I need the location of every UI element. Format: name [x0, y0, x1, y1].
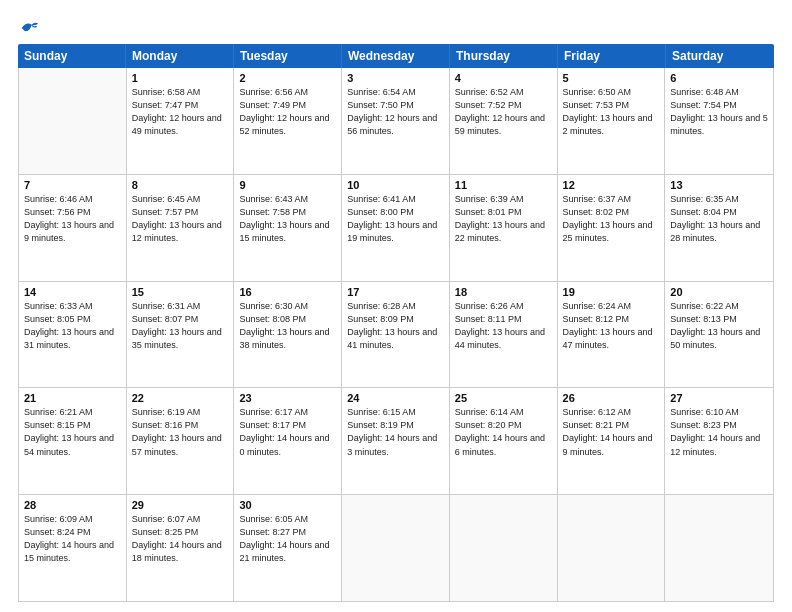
day-number: 21 — [24, 392, 121, 404]
day-number: 14 — [24, 286, 121, 298]
sun-info: Sunrise: 6:09 AMSunset: 8:24 PMDaylight:… — [24, 513, 121, 565]
calendar-cell-23: 23Sunrise: 6:17 AMSunset: 8:17 PMDayligh… — [234, 388, 342, 494]
sun-info: Sunrise: 6:28 AMSunset: 8:09 PMDaylight:… — [347, 300, 444, 352]
day-number: 5 — [563, 72, 660, 84]
day-number: 10 — [347, 179, 444, 191]
sun-info: Sunrise: 6:14 AMSunset: 8:20 PMDaylight:… — [455, 406, 552, 458]
calendar-cell-5: 5Sunrise: 6:50 AMSunset: 7:53 PMDaylight… — [558, 68, 666, 174]
sun-info: Sunrise: 6:39 AMSunset: 8:01 PMDaylight:… — [455, 193, 552, 245]
day-number: 16 — [239, 286, 336, 298]
sun-info: Sunrise: 6:07 AMSunset: 8:25 PMDaylight:… — [132, 513, 229, 565]
day-number: 8 — [132, 179, 229, 191]
day-number: 3 — [347, 72, 444, 84]
sun-info: Sunrise: 6:22 AMSunset: 8:13 PMDaylight:… — [670, 300, 768, 352]
sun-info: Sunrise: 6:31 AMSunset: 8:07 PMDaylight:… — [132, 300, 229, 352]
day-number: 24 — [347, 392, 444, 404]
day-number: 17 — [347, 286, 444, 298]
sun-info: Sunrise: 6:37 AMSunset: 8:02 PMDaylight:… — [563, 193, 660, 245]
calendar-cell-15: 15Sunrise: 6:31 AMSunset: 8:07 PMDayligh… — [127, 282, 235, 388]
calendar-cell-14: 14Sunrise: 6:33 AMSunset: 8:05 PMDayligh… — [19, 282, 127, 388]
sun-info: Sunrise: 6:15 AMSunset: 8:19 PMDaylight:… — [347, 406, 444, 458]
header — [18, 18, 774, 38]
header-cell-wednesday: Wednesday — [342, 44, 450, 68]
day-number: 20 — [670, 286, 768, 298]
day-number: 29 — [132, 499, 229, 511]
sun-info: Sunrise: 6:56 AMSunset: 7:49 PMDaylight:… — [239, 86, 336, 138]
header-cell-friday: Friday — [558, 44, 666, 68]
calendar-header: SundayMondayTuesdayWednesdayThursdayFrid… — [18, 44, 774, 68]
sun-info: Sunrise: 6:17 AMSunset: 8:17 PMDaylight:… — [239, 406, 336, 458]
calendar-cell-empty — [19, 68, 127, 174]
calendar-cell-empty — [450, 495, 558, 601]
sun-info: Sunrise: 6:21 AMSunset: 8:15 PMDaylight:… — [24, 406, 121, 458]
calendar-cell-10: 10Sunrise: 6:41 AMSunset: 8:00 PMDayligh… — [342, 175, 450, 281]
calendar-cell-22: 22Sunrise: 6:19 AMSunset: 8:16 PMDayligh… — [127, 388, 235, 494]
header-cell-monday: Monday — [126, 44, 234, 68]
day-number: 1 — [132, 72, 229, 84]
calendar-cell-empty — [342, 495, 450, 601]
day-number: 19 — [563, 286, 660, 298]
sun-info: Sunrise: 6:54 AMSunset: 7:50 PMDaylight:… — [347, 86, 444, 138]
sun-info: Sunrise: 6:30 AMSunset: 8:08 PMDaylight:… — [239, 300, 336, 352]
calendar-cell-26: 26Sunrise: 6:12 AMSunset: 8:21 PMDayligh… — [558, 388, 666, 494]
sun-info: Sunrise: 6:50 AMSunset: 7:53 PMDaylight:… — [563, 86, 660, 138]
calendar-cell-19: 19Sunrise: 6:24 AMSunset: 8:12 PMDayligh… — [558, 282, 666, 388]
sun-info: Sunrise: 6:43 AMSunset: 7:58 PMDaylight:… — [239, 193, 336, 245]
calendar-cell-11: 11Sunrise: 6:39 AMSunset: 8:01 PMDayligh… — [450, 175, 558, 281]
sun-info: Sunrise: 6:26 AMSunset: 8:11 PMDaylight:… — [455, 300, 552, 352]
header-cell-sunday: Sunday — [18, 44, 126, 68]
calendar-cell-2: 2Sunrise: 6:56 AMSunset: 7:49 PMDaylight… — [234, 68, 342, 174]
sun-info: Sunrise: 6:24 AMSunset: 8:12 PMDaylight:… — [563, 300, 660, 352]
sun-info: Sunrise: 6:52 AMSunset: 7:52 PMDaylight:… — [455, 86, 552, 138]
calendar-cell-empty — [665, 495, 773, 601]
day-number: 13 — [670, 179, 768, 191]
calendar-cell-24: 24Sunrise: 6:15 AMSunset: 8:19 PMDayligh… — [342, 388, 450, 494]
day-number: 25 — [455, 392, 552, 404]
calendar-cell-18: 18Sunrise: 6:26 AMSunset: 8:11 PMDayligh… — [450, 282, 558, 388]
day-number: 4 — [455, 72, 552, 84]
calendar-cell-empty — [558, 495, 666, 601]
sun-info: Sunrise: 6:33 AMSunset: 8:05 PMDaylight:… — [24, 300, 121, 352]
header-cell-thursday: Thursday — [450, 44, 558, 68]
header-cell-saturday: Saturday — [666, 44, 774, 68]
day-number: 22 — [132, 392, 229, 404]
calendar-cell-27: 27Sunrise: 6:10 AMSunset: 8:23 PMDayligh… — [665, 388, 773, 494]
calendar-row-2: 14Sunrise: 6:33 AMSunset: 8:05 PMDayligh… — [19, 282, 773, 389]
page: SundayMondayTuesdayWednesdayThursdayFrid… — [0, 0, 792, 612]
calendar-row-1: 7Sunrise: 6:46 AMSunset: 7:56 PMDaylight… — [19, 175, 773, 282]
day-number: 15 — [132, 286, 229, 298]
sun-info: Sunrise: 6:05 AMSunset: 8:27 PMDaylight:… — [239, 513, 336, 565]
header-cell-tuesday: Tuesday — [234, 44, 342, 68]
sun-info: Sunrise: 6:19 AMSunset: 8:16 PMDaylight:… — [132, 406, 229, 458]
calendar-cell-29: 29Sunrise: 6:07 AMSunset: 8:25 PMDayligh… — [127, 495, 235, 601]
calendar-cell-8: 8Sunrise: 6:45 AMSunset: 7:57 PMDaylight… — [127, 175, 235, 281]
calendar-body: 1Sunrise: 6:58 AMSunset: 7:47 PMDaylight… — [18, 68, 774, 602]
calendar-cell-3: 3Sunrise: 6:54 AMSunset: 7:50 PMDaylight… — [342, 68, 450, 174]
day-number: 9 — [239, 179, 336, 191]
day-number: 23 — [239, 392, 336, 404]
calendar-cell-13: 13Sunrise: 6:35 AMSunset: 8:04 PMDayligh… — [665, 175, 773, 281]
sun-info: Sunrise: 6:12 AMSunset: 8:21 PMDaylight:… — [563, 406, 660, 458]
calendar-cell-20: 20Sunrise: 6:22 AMSunset: 8:13 PMDayligh… — [665, 282, 773, 388]
calendar-cell-28: 28Sunrise: 6:09 AMSunset: 8:24 PMDayligh… — [19, 495, 127, 601]
day-number: 28 — [24, 499, 121, 511]
sun-info: Sunrise: 6:48 AMSunset: 7:54 PMDaylight:… — [670, 86, 768, 138]
day-number: 18 — [455, 286, 552, 298]
day-number: 30 — [239, 499, 336, 511]
calendar-cell-1: 1Sunrise: 6:58 AMSunset: 7:47 PMDaylight… — [127, 68, 235, 174]
day-number: 26 — [563, 392, 660, 404]
calendar: SundayMondayTuesdayWednesdayThursdayFrid… — [18, 44, 774, 602]
sun-info: Sunrise: 6:46 AMSunset: 7:56 PMDaylight:… — [24, 193, 121, 245]
logo — [18, 18, 40, 38]
day-number: 11 — [455, 179, 552, 191]
calendar-cell-4: 4Sunrise: 6:52 AMSunset: 7:52 PMDaylight… — [450, 68, 558, 174]
day-number: 2 — [239, 72, 336, 84]
calendar-cell-25: 25Sunrise: 6:14 AMSunset: 8:20 PMDayligh… — [450, 388, 558, 494]
sun-info: Sunrise: 6:35 AMSunset: 8:04 PMDaylight:… — [670, 193, 768, 245]
calendar-cell-30: 30Sunrise: 6:05 AMSunset: 8:27 PMDayligh… — [234, 495, 342, 601]
day-number: 27 — [670, 392, 768, 404]
sun-info: Sunrise: 6:45 AMSunset: 7:57 PMDaylight:… — [132, 193, 229, 245]
sun-info: Sunrise: 6:58 AMSunset: 7:47 PMDaylight:… — [132, 86, 229, 138]
calendar-row-3: 21Sunrise: 6:21 AMSunset: 8:15 PMDayligh… — [19, 388, 773, 495]
logo-bird-icon — [20, 18, 40, 38]
